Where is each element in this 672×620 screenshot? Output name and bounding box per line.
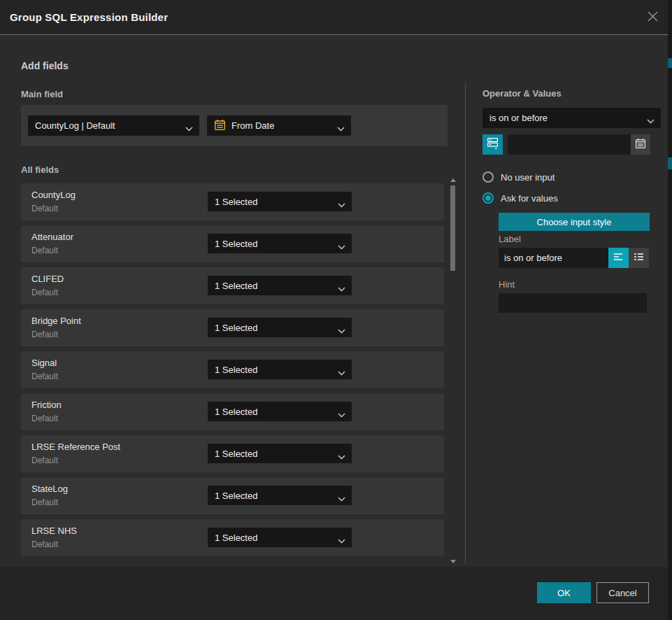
- all-fields-list: CountyLog Default 1 Selected Attenuator …: [21, 183, 444, 561]
- label-field-label: Label: [499, 234, 521, 244]
- field-values-select[interactable]: 1 Selected: [208, 486, 352, 505]
- group-sql-expression-builder-dialog: Group SQL Expression Builder Add fields …: [0, 0, 672, 620]
- scrollbar-thumb[interactable]: [450, 185, 455, 271]
- operator-values-heading: Operator & Values: [482, 88, 562, 99]
- radio-no-user-input[interactable]: No user input: [482, 171, 555, 183]
- radio-ask-for-values-label: Ask for values: [501, 193, 558, 204]
- field-row: StateLog Default 1 Selected: [21, 477, 444, 514]
- chevron-down-icon: [338, 451, 345, 462]
- field-values-select[interactable]: 1 Selected: [208, 234, 352, 253]
- field-name: LRSE NHS: [31, 526, 77, 536]
- field-name: Signal: [31, 358, 57, 368]
- close-button[interactable]: [641, 6, 664, 29]
- field-values-select-value: 1 Selected: [215, 239, 257, 249]
- field-sublabel: Default: [31, 540, 58, 549]
- chevron-down-icon: [337, 123, 345, 134]
- radio-selected-icon: [482, 192, 494, 204]
- chevron-down-icon: [338, 283, 345, 294]
- field-sublabel: Default: [31, 204, 58, 213]
- field-name: Attenuator: [31, 232, 73, 242]
- radio-no-user-input-label: No user input: [501, 172, 555, 183]
- field-row: Friction Default 1 Selected: [21, 393, 444, 430]
- input-style-toggle-button[interactable]: [482, 134, 503, 155]
- field-row: LRSE NHS Default 1 Selected: [21, 519, 444, 556]
- field-values-select[interactable]: 1 Selected: [208, 276, 352, 295]
- layer-select-value: CountyLog | Default: [35, 120, 115, 131]
- label-input[interactable]: [499, 248, 608, 268]
- date-picker-button[interactable]: [631, 134, 650, 155]
- add-fields-heading: Add fields: [21, 60, 69, 71]
- field-values-select[interactable]: 1 Selected: [208, 360, 352, 379]
- field-values-select-value: 1 Selected: [215, 491, 257, 501]
- background-accent-fragment: [668, 58, 672, 68]
- value-input-row: [482, 134, 661, 155]
- value-date-input[interactable]: [508, 134, 650, 155]
- panel-divider: [465, 83, 466, 564]
- calendar-icon: [635, 138, 646, 151]
- hint-field-label: Hint: [499, 279, 515, 290]
- field-name: Friction: [31, 400, 62, 410]
- field-row: Bridge Point Default 1 Selected: [21, 309, 444, 346]
- field-sublabel: Default: [31, 288, 58, 297]
- scroll-up-arrow-icon[interactable]: [450, 178, 456, 182]
- field-values-select-value: 1 Selected: [215, 407, 257, 417]
- main-field-select-value: From Date: [231, 120, 274, 131]
- dialog-titlebar: Group SQL Expression Builder: [0, 0, 668, 35]
- dialog-footer: OK Cancel: [0, 567, 668, 620]
- field-row: LRSE Reference Post Default 1 Selected: [21, 435, 444, 472]
- field-values-select[interactable]: 1 Selected: [208, 402, 352, 421]
- dialog-title: Group SQL Expression Builder: [10, 11, 168, 23]
- field-values-select-value: 1 Selected: [215, 449, 257, 459]
- align-left-icon: [613, 253, 624, 263]
- main-field-heading: Main field: [21, 89, 63, 99]
- cancel-button[interactable]: Cancel: [596, 582, 649, 603]
- radio-ask-for-values[interactable]: Ask for values: [482, 192, 558, 204]
- chevron-down-icon: [338, 199, 345, 210]
- background-accent-fragment: [668, 157, 672, 169]
- field-row: Attenuator Default 1 Selected: [21, 225, 444, 262]
- field-values-select-value: 1 Selected: [215, 533, 257, 543]
- list-scrollbar[interactable]: [450, 178, 456, 563]
- chevron-down-icon: [185, 123, 193, 134]
- main-field-select[interactable]: From Date: [207, 115, 351, 136]
- operator-select[interactable]: is on or before: [482, 108, 661, 128]
- stacked-input-rows-icon: [487, 137, 499, 152]
- field-sublabel: Default: [31, 456, 58, 465]
- field-values-select-value: 1 Selected: [215, 197, 257, 207]
- hint-input[interactable]: [499, 293, 647, 313]
- field-row: CLIFED Default 1 Selected: [21, 267, 444, 304]
- field-sublabel: Default: [31, 498, 58, 507]
- scroll-down-arrow-icon[interactable]: [450, 560, 456, 563]
- operator-select-value: is on or before: [489, 113, 548, 123]
- field-values-select[interactable]: 1 Selected: [208, 528, 352, 547]
- main-field-panel: CountyLog | Default From Date: [21, 105, 448, 146]
- chevron-down-icon: [338, 241, 345, 252]
- all-fields-heading: All fields: [21, 164, 59, 175]
- chevron-down-icon: [338, 493, 345, 504]
- layer-select[interactable]: CountyLog | Default: [28, 115, 199, 136]
- radio-unselected-icon: [482, 171, 494, 183]
- field-name: StateLog: [31, 484, 68, 494]
- field-sublabel: Default: [31, 330, 58, 339]
- field-values-select-value: 1 Selected: [215, 365, 257, 375]
- align-left-style-button[interactable]: [608, 248, 629, 268]
- chevron-down-icon: [338, 409, 345, 420]
- calendar-icon: [214, 119, 226, 133]
- field-values-select[interactable]: 1 Selected: [208, 444, 352, 463]
- chevron-down-icon: [338, 367, 345, 378]
- chevron-down-icon: [338, 325, 345, 336]
- ok-button[interactable]: OK: [537, 582, 591, 603]
- field-values-select[interactable]: 1 Selected: [208, 318, 352, 337]
- field-sublabel: Default: [31, 372, 58, 381]
- field-name: LRSE Reference Post: [31, 442, 120, 452]
- bullet-list-style-button[interactable]: [629, 248, 649, 268]
- choose-input-style-button[interactable]: Choose input style: [499, 213, 650, 231]
- field-values-select-value: 1 Selected: [215, 323, 257, 333]
- field-values-select[interactable]: 1 Selected: [208, 192, 352, 211]
- field-values-select-value: 1 Selected: [215, 281, 257, 291]
- field-name: Bridge Point: [31, 316, 81, 326]
- field-name: CLIFED: [31, 274, 64, 284]
- chevron-down-icon: [647, 115, 655, 126]
- field-row: CountyLog Default 1 Selected: [21, 183, 444, 220]
- background-app-edge: [668, 0, 672, 620]
